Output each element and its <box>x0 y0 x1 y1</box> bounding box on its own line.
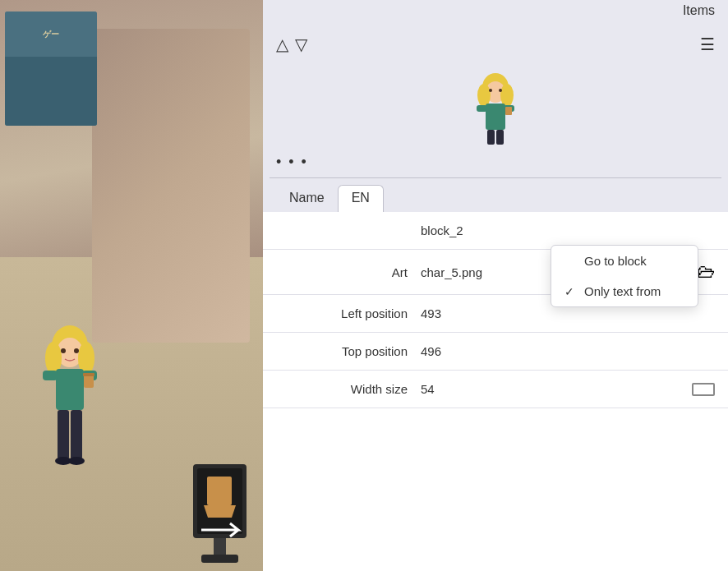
svg-rect-7 <box>43 371 58 380</box>
character-figure <box>25 321 115 522</box>
nav-up-button[interactable]: △ <box>276 36 288 53</box>
svg-rect-12 <box>71 410 82 459</box>
svg-point-4 <box>61 348 66 353</box>
window-sign: ゲー <box>5 12 97 126</box>
items-label: Items <box>683 3 715 17</box>
svg-rect-6 <box>56 369 84 410</box>
context-menu: Go to block ✓ Only text from <box>551 245 698 307</box>
stairs-area <box>92 29 250 343</box>
right-panel: Items △ ▽ ☰ <box>263 0 728 571</box>
svg-rect-26 <box>486 104 505 130</box>
svg-point-5 <box>74 348 79 353</box>
art-folder-icon[interactable]: 🗁 <box>697 261 715 283</box>
art-label: Art <box>276 265 408 279</box>
only-text-checkmark: ✓ <box>564 285 578 298</box>
svg-rect-9 <box>84 375 94 388</box>
left-position-value: 493 <box>408 306 715 320</box>
top-bar: △ ▽ ☰ <box>263 25 728 64</box>
svg-rect-27 <box>477 105 487 112</box>
game-scene-panel: ゲー <box>0 0 263 571</box>
width-size-row: Width size 54 <box>263 371 728 408</box>
goto-block-label: Go to block <box>584 254 647 268</box>
tab-en[interactable]: EN <box>338 185 384 212</box>
width-size-value: 54 <box>408 382 692 396</box>
only-text-label: Only text from <box>584 284 661 298</box>
top-position-value: 496 <box>408 344 715 358</box>
svg-rect-30 <box>487 130 495 145</box>
tab-bar: Name EN <box>263 178 728 212</box>
tab-name[interactable]: Name <box>276 186 338 212</box>
top-position-row: Top position 496 <box>263 333 728 371</box>
svg-point-22 <box>477 84 491 107</box>
width-size-label: Width size <box>276 382 408 396</box>
svg-point-23 <box>500 84 514 107</box>
dots-menu[interactable]: • • • <box>263 150 728 177</box>
char-display-area <box>263 64 728 150</box>
left-position-label: Left position <box>276 306 408 320</box>
menu-button[interactable]: ☰ <box>700 35 715 54</box>
svg-rect-19 <box>201 555 238 563</box>
svg-rect-31 <box>496 130 504 145</box>
svg-point-25 <box>499 89 502 92</box>
items-header: Items <box>263 0 728 25</box>
block-value: block_2 <box>408 223 715 237</box>
sign-board <box>189 464 251 563</box>
svg-rect-11 <box>58 410 69 459</box>
character-thumbnail <box>467 72 524 146</box>
goto-block-item[interactable]: Go to block <box>551 246 698 276</box>
svg-rect-10 <box>83 373 94 376</box>
svg-rect-17 <box>207 477 232 505</box>
nav-arrows: △ ▽ <box>276 36 307 53</box>
svg-rect-29 <box>505 107 512 115</box>
nav-down-button[interactable]: ▽ <box>295 36 307 53</box>
width-rect-icon[interactable] <box>692 383 715 396</box>
svg-point-24 <box>489 89 492 92</box>
svg-point-14 <box>68 457 85 465</box>
only-text-item[interactable]: ✓ Only text from <box>551 276 698 306</box>
top-position-label: Top position <box>276 344 408 358</box>
